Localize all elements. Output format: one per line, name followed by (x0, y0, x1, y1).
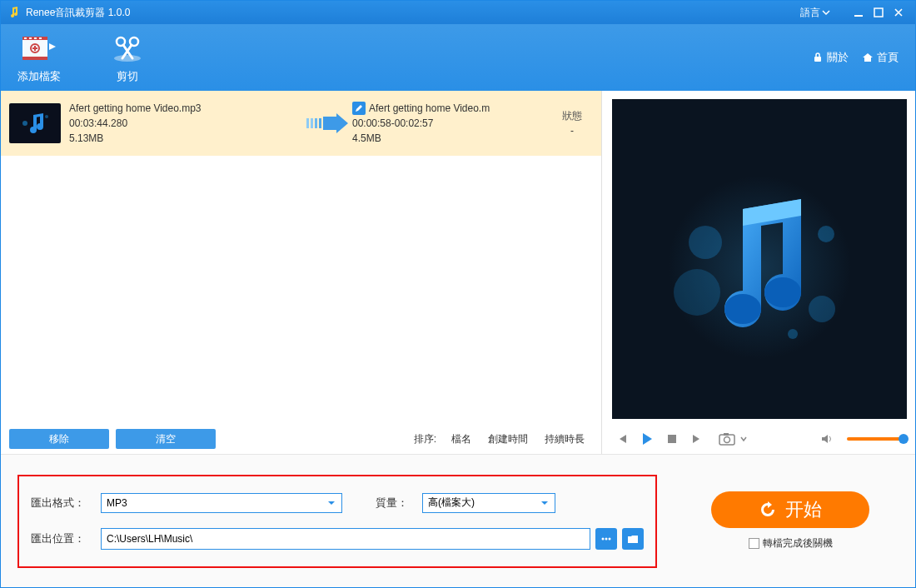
snapshot-menu-button[interactable] (739, 429, 749, 449)
svg-rect-16 (306, 118, 309, 128)
sort-by-duration[interactable]: 持續時長 (545, 432, 585, 446)
output-filename: Afert getting home Video.m (369, 101, 490, 116)
preview-area (612, 99, 907, 419)
svg-point-21 (689, 226, 722, 259)
output-info: Afert getting home Video.m 00:00:58-00:0… (352, 101, 551, 146)
svg-rect-4 (22, 57, 47, 60)
more-path-button[interactable] (595, 528, 617, 550)
source-duration: 00:03:44.280 (69, 116, 302, 131)
svg-rect-19 (319, 118, 321, 128)
close-button[interactable] (889, 4, 909, 21)
quality-label: 質量： (376, 496, 422, 511)
svg-rect-17 (311, 118, 313, 128)
svg-rect-0 (854, 15, 863, 17)
player-next-button[interactable] (687, 429, 707, 449)
file-row[interactable]: Afert getting home Video.mp3 00:03:44.28… (1, 91, 601, 156)
output-actions: 开始 轉檔完成後關機 (682, 491, 899, 551)
app-window: Renee音訊裁剪器 1.0.0 語言 (0, 0, 916, 588)
svg-point-33 (605, 537, 608, 540)
format-combo[interactable]: MP3 (101, 493, 342, 513)
svg-point-15 (45, 115, 48, 118)
svg-point-27 (764, 277, 801, 307)
svg-rect-6 (29, 37, 32, 39)
chevron-down-icon (326, 498, 336, 508)
remove-button[interactable]: 移除 (9, 429, 109, 449)
cut-button[interactable]: 剪切 (111, 31, 144, 84)
edit-icon[interactable] (352, 102, 366, 115)
language-menu[interactable]: 語言 (800, 6, 832, 20)
player-stop-button[interactable] (662, 429, 682, 449)
volume-slider[interactable] (847, 437, 905, 441)
source-filename: Afert getting home Video.mp3 (69, 101, 302, 116)
shutdown-checkbox[interactable] (749, 538, 759, 549)
main-toolbar: 添加檔案 剪切 關於 首頁 (1, 24, 915, 91)
file-thumbnail (9, 103, 61, 143)
location-label: 匯出位置： (31, 531, 101, 546)
svg-point-14 (22, 121, 27, 126)
location-input[interactable]: C:\Users\LH\Music\ (101, 528, 590, 550)
svg-rect-8 (39, 37, 42, 39)
shutdown-label: 轉檔完成後關機 (763, 536, 833, 551)
svg-point-23 (818, 226, 834, 242)
maximize-button[interactable] (869, 4, 889, 21)
volume-icon[interactable] (817, 429, 837, 449)
home-icon (862, 52, 874, 63)
output-settings-box: 匯出格式： MP3 質量： 高(檔案大) 匯出位置： C:\Users\LH\M… (17, 475, 657, 568)
sort-by-ctime[interactable]: 創建時間 (488, 432, 528, 446)
svg-point-34 (609, 537, 611, 540)
add-file-label: 添加檔案 (17, 69, 61, 84)
titlebar: Renee音訊裁剪器 1.0.0 語言 (1, 1, 915, 24)
svg-point-10 (114, 55, 141, 62)
clear-button[interactable]: 清空 (116, 429, 216, 449)
output-range: 00:00:58-00:02:57 (352, 116, 551, 131)
window-title: Renee音訊裁剪器 1.0.0 (26, 6, 130, 20)
status-value: - (551, 123, 593, 138)
start-label: 开始 (785, 497, 822, 522)
language-label: 語言 (800, 6, 820, 20)
chevron-down-icon (820, 7, 832, 18)
svg-point-24 (809, 296, 835, 322)
cut-label: 剪切 (117, 69, 138, 84)
svg-rect-31 (724, 433, 729, 436)
output-size: 4.5MB (352, 131, 551, 146)
format-value: MP3 (107, 497, 127, 509)
sort-by-name[interactable]: 檔名 (451, 432, 471, 446)
arrow-icon (302, 113, 352, 133)
player-play-button[interactable] (637, 429, 657, 449)
browse-folder-button[interactable] (622, 528, 644, 550)
refresh-icon (759, 501, 777, 519)
snapshot-button[interactable] (717, 429, 737, 449)
svg-point-22 (674, 269, 720, 316)
svg-point-26 (724, 294, 761, 324)
file-list-panel: Afert getting home Video.mp3 00:03:44.28… (1, 91, 602, 454)
scissors-icon (111, 31, 144, 66)
list-footer: 移除 清空 排序: 檔名 創建時間 持續時長 (1, 424, 601, 454)
add-file-icon (21, 31, 57, 66)
player-controls (602, 424, 915, 454)
svg-rect-28 (668, 435, 676, 443)
app-logo-icon (7, 6, 21, 19)
chevron-down-icon (540, 498, 550, 508)
content-area: Afert getting home Video.mp3 00:03:44.28… (1, 91, 915, 454)
start-button[interactable]: 开始 (711, 491, 869, 528)
svg-rect-1 (874, 8, 883, 17)
quality-value: 高(檔案大) (428, 496, 475, 510)
home-link[interactable]: 首頁 (862, 50, 899, 65)
svg-point-30 (724, 437, 730, 443)
output-section: 匯出格式： MP3 質量： 高(檔案大) 匯出位置： C:\Users\LH\M… (1, 454, 915, 587)
about-link[interactable]: 關於 (812, 50, 849, 65)
minimize-button[interactable] (849, 4, 869, 21)
player-prev-button[interactable] (612, 429, 632, 449)
svg-rect-5 (24, 37, 27, 39)
format-label: 匯出格式： (31, 496, 101, 511)
source-size: 5.13MB (69, 131, 302, 146)
add-file-button[interactable]: 添加檔案 (17, 31, 61, 84)
lock-icon (812, 52, 824, 63)
quality-combo[interactable]: 高(檔案大) (422, 493, 555, 513)
svg-point-32 (602, 537, 605, 540)
svg-rect-13 (814, 57, 821, 62)
file-list: Afert getting home Video.mp3 00:03:44.28… (1, 91, 601, 424)
music-note-art (660, 159, 859, 359)
svg-point-25 (788, 329, 798, 339)
svg-rect-7 (34, 37, 37, 39)
